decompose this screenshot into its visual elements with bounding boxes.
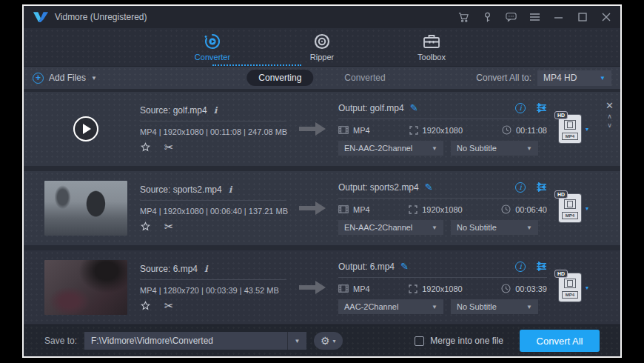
info-icon[interactable]: i	[204, 264, 208, 274]
format-caret-icon[interactable]: ▾	[586, 284, 588, 291]
format-name: MP4	[562, 212, 578, 219]
tab-ripper[interactable]: Ripper	[289, 33, 355, 61]
chevron-down-icon: ▼	[526, 145, 532, 152]
minimize-icon[interactable]	[553, 12, 564, 23]
convert-all-button[interactable]: Convert All	[520, 330, 600, 352]
move-down-icon[interactable]: ∨	[607, 122, 612, 129]
source-name: Source: sports2.mp4	[140, 184, 222, 195]
main-nav: Converter Ripper	[24, 28, 620, 67]
rename-icon[interactable]: ✎	[425, 182, 433, 193]
output-duration: 00:11:08	[516, 126, 547, 135]
cut-icon[interactable]: ✂	[164, 142, 174, 153]
subtitle-select[interactable]: No Subtitle ▼	[451, 220, 538, 235]
settings-sliders-icon[interactable]	[536, 182, 547, 192]
video-thumbnail[interactable]	[44, 101, 127, 156]
rename-icon[interactable]: ✎	[400, 261, 409, 272]
file-row-golf[interactable]: Source: golf.mp4 i MP4 | 1920x1080 | 00:…	[24, 92, 620, 166]
cut-icon[interactable]: ✂	[164, 222, 174, 233]
add-files-label: Add Files	[49, 73, 86, 83]
save-path-input[interactable]: F:\Vidmore\Vidmore\Converted ▼	[84, 332, 306, 350]
source-name: Source: 6.mp4	[140, 264, 198, 274]
move-up-icon[interactable]: ∧	[607, 113, 612, 120]
settings-button[interactable]: ⚙ ▾	[314, 332, 343, 350]
output-name: Output: sports2.mp4	[338, 182, 419, 193]
format-film-icon	[338, 126, 349, 134]
settings-sliders-icon[interactable]	[536, 262, 547, 271]
info-icon[interactable]: i	[214, 105, 218, 116]
file-row-sports2[interactable]: Source: sports2.mp4 i MP4 | 1920x1080 | …	[24, 171, 620, 245]
arrow-right-icon	[297, 121, 328, 137]
audio-track-select[interactable]: EN-AAC-2Channel ▼	[338, 141, 443, 156]
merge-label: Merge into one file	[430, 336, 503, 346]
merge-option[interactable]: Merge into one file	[415, 336, 503, 346]
edit-effects-icon[interactable]	[140, 142, 151, 153]
video-thumbnail[interactable]	[44, 181, 127, 236]
output-format-button[interactable]: HD MP4	[559, 115, 581, 143]
file-list: Source: golf.mp4 i MP4 | 1920x1080 | 00:…	[24, 89, 620, 324]
remove-file-icon[interactable]: ✕	[606, 101, 614, 111]
file-row-6[interactable]: Source: 6.mp4 i MP4 | 1280x720 | 00:03:3…	[24, 250, 620, 324]
play-button[interactable]	[73, 116, 98, 141]
subtitle-value: No Subtitle	[457, 302, 497, 311]
duration-clock-icon	[501, 204, 511, 214]
tab-converting[interactable]: Converting	[246, 70, 313, 86]
format-caret-icon[interactable]: ▾	[586, 126, 588, 133]
output-info-icon[interactable]: i	[515, 103, 526, 113]
tab-toolbox[interactable]: Toolbox	[398, 33, 465, 61]
audio-track-select[interactable]: AAC-2Channel ▼	[338, 299, 443, 314]
divider	[338, 277, 547, 278]
settings-sliders-icon[interactable]	[536, 103, 547, 113]
cut-icon[interactable]: ✂	[164, 301, 174, 312]
output-format: MP4	[353, 205, 370, 214]
app-window: Vidmore (Unregistered)	[22, 4, 622, 358]
register-key-icon[interactable]	[482, 12, 493, 23]
feedback-icon[interactable]	[506, 12, 517, 23]
convert-all-to-label: Convert All to:	[476, 73, 531, 83]
output-resolution: 1920x1080	[423, 126, 463, 135]
audio-track-value: AAC-2Channel	[344, 302, 398, 311]
title-bar: Vidmore (Unregistered)	[24, 6, 620, 28]
output-duration: 00:06:40	[515, 205, 547, 214]
maximize-icon[interactable]	[577, 12, 588, 23]
output-format-button[interactable]: HD MP4	[559, 273, 581, 302]
audio-track-select[interactable]: EN-AAC-2Channel ▼	[338, 220, 443, 235]
format-name: MP4	[562, 291, 578, 299]
output-format: MP4	[353, 284, 370, 293]
rename-icon[interactable]: ✎	[410, 102, 418, 113]
save-path-dropdown[interactable]: ▼	[287, 332, 306, 350]
format-caret-icon[interactable]: ▾	[586, 205, 588, 212]
convert-all-to: Convert All to: MP4 HD ▼	[476, 70, 611, 86]
subtitle-select[interactable]: No Subtitle ▼	[451, 141, 538, 156]
source-meta: MP4 | 1280x720 | 00:03:39 | 43.52 MB	[140, 286, 286, 295]
divider	[140, 200, 286, 201]
add-files-button[interactable]: + Add Files ▼	[33, 73, 97, 84]
output-column: Output: sports2.mp4 ✎ i	[338, 182, 547, 235]
output-format-button[interactable]: HD MP4	[559, 194, 581, 222]
tab-converter[interactable]: Converter	[179, 33, 246, 61]
source-name: Source: golf.mp4	[140, 105, 207, 116]
info-icon[interactable]: i	[229, 184, 232, 195]
edit-effects-icon[interactable]	[140, 301, 151, 312]
toolbar: + Add Files ▼ Converting Converted Conve…	[24, 67, 620, 89]
output-info-icon[interactable]: i	[515, 182, 526, 193]
tab-converted[interactable]: Converted	[332, 70, 397, 86]
cart-icon[interactable]	[458, 12, 469, 23]
gear-icon: ⚙	[321, 335, 330, 347]
menu-icon[interactable]	[529, 12, 540, 23]
audio-track-value: EN-AAC-2Channel	[344, 223, 412, 232]
divider	[140, 279, 286, 280]
source-column: Source: 6.mp4 i MP4 | 1280x720 | 00:03:3…	[140, 264, 286, 312]
edit-effects-icon[interactable]	[140, 222, 151, 233]
plus-circle-icon: +	[33, 73, 44, 84]
video-thumbnail[interactable]	[44, 260, 127, 315]
play-icon	[83, 124, 91, 134]
subtitle-value: No Subtitle	[457, 144, 497, 153]
chevron-down-icon: ▼	[600, 75, 606, 81]
output-info-icon[interactable]: i	[515, 262, 526, 272]
chevron-down-icon: ▼	[295, 338, 301, 344]
merge-checkbox[interactable]	[415, 336, 424, 346]
close-icon[interactable]	[600, 12, 611, 23]
tab-ripper-label: Ripper	[310, 53, 334, 61]
convert-all-to-select[interactable]: MP4 HD ▼	[537, 70, 611, 86]
subtitle-select[interactable]: No Subtitle ▼	[451, 299, 538, 314]
